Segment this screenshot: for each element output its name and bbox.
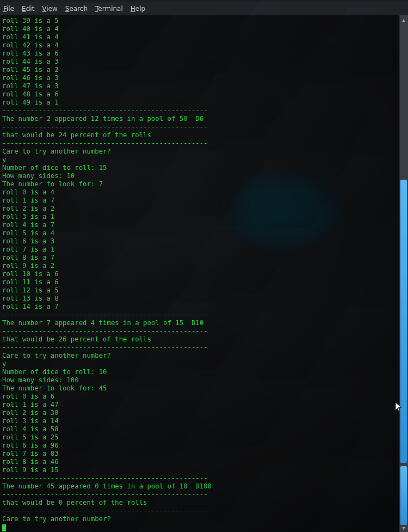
terminal-line: Number of dice to roll: 15 (2, 164, 406, 172)
terminal-line: roll 2 is a 2 (2, 205, 406, 213)
terminal-line: roll 9 is a 15 (2, 466, 406, 474)
terminal-line: roll 43 is a 6 (2, 50, 406, 58)
terminal-line: ----------------------------------------… (2, 344, 406, 352)
terminal-line: roll 44 is a 3 (2, 58, 406, 66)
scroll-thumb-lower[interactable] (400, 466, 407, 525)
scroll-down-arrow-icon[interactable]: ▾ (399, 523, 408, 532)
terminal-line: y (2, 156, 406, 164)
terminal-line: Number of dice to roll: 10 (2, 368, 406, 376)
terminal-line: that would be 0 percent of the rolls (2, 499, 406, 507)
terminal-line: roll 1 is a 47 (2, 401, 406, 409)
terminal-line: roll 0 is a 6 (2, 393, 406, 401)
terminal-line: roll 46 is a 3 (2, 74, 406, 82)
terminal-line: How many sides: 100 (2, 376, 406, 384)
terminal-line: roll 45 is a 2 (2, 66, 406, 74)
terminal-line: ----------------------------------------… (2, 507, 406, 515)
terminal-line: Care to try another number? (2, 148, 406, 156)
terminal-line: The number 45 appeared 0 times in a pool… (2, 482, 406, 491)
terminal-line: roll 41 is a 4 (2, 33, 406, 41)
terminal-window: roll 39 is a 5roll 40 is a 4roll 41 is a… (0, 15, 408, 532)
terminal-line: roll 3 is a 1 (2, 213, 406, 221)
terminal-line: The number to look for: 45 (2, 384, 406, 393)
terminal-line: roll 0 is a 4 (2, 188, 406, 197)
terminal-line: ----------------------------------------… (2, 139, 406, 148)
scrollbar-track[interactable]: ▴ ▾ (399, 15, 408, 532)
terminal-line: roll 7 is a 83 (2, 450, 406, 458)
terminal-line: that would be 24 percent of the rolls (2, 131, 406, 139)
terminal-line: roll 9 is a 2 (2, 262, 406, 270)
terminal-line: roll 40 is a 4 (2, 25, 406, 33)
terminal-line: roll 13 is a 8 (2, 295, 406, 303)
terminal-line: roll 2 is a 30 (2, 409, 406, 417)
terminal-line: roll 48 is a 6 (2, 90, 406, 99)
terminal-line: roll 3 is a 14 (2, 417, 406, 425)
terminal-line: roll 5 is a 25 (2, 433, 406, 442)
terminal-line: ----------------------------------------… (2, 491, 406, 499)
terminal-line: ----------------------------------------… (2, 327, 406, 335)
terminal-line: roll 8 is a 46 (2, 458, 406, 466)
terminal-line: roll 5 is a 4 (2, 229, 406, 237)
terminal-line: roll 6 is a 3 (2, 237, 406, 246)
terminal-line: Care to try another number? (2, 352, 406, 360)
terminal-line: The number 2 appeared 12 times in a pool… (2, 115, 406, 123)
terminal-line: Care to try another number? (2, 515, 406, 523)
terminal-line: The number 7 appeared 4 times in a pool … (2, 319, 406, 327)
terminal-line: roll 39 is a 5 (2, 17, 406, 25)
terminal-line: ----------------------------------------… (2, 311, 406, 319)
text-cursor-icon (2, 524, 6, 531)
terminal-cursor-line[interactable] (2, 523, 406, 531)
terminal-line: roll 47 is a 3 (2, 82, 406, 90)
terminal-line: ----------------------------------------… (2, 123, 406, 131)
terminal-line: y (2, 360, 406, 368)
terminal-line: roll 7 is a 1 (2, 246, 406, 254)
terminal-line: roll 4 is a 58 (2, 425, 406, 433)
terminal-line: roll 14 is a 7 (2, 303, 406, 311)
terminal-line: roll 11 is a 6 (2, 278, 406, 286)
terminal-line: roll 12 is a 5 (2, 286, 406, 295)
scroll-up-arrow-icon[interactable]: ▴ (399, 15, 408, 24)
terminal-line: roll 42 is a 4 (2, 41, 406, 50)
terminal-line: roll 10 is a 6 (2, 270, 406, 278)
terminal-line: The number to look for: 7 (2, 180, 406, 188)
terminal-line: that would be 26 percent of the rolls (2, 335, 406, 344)
terminal-line: roll 1 is a 7 (2, 197, 406, 205)
terminal-line: roll 49 is a 1 (2, 99, 406, 107)
terminal-output[interactable]: roll 39 is a 5roll 40 is a 4roll 41 is a… (0, 15, 408, 532)
terminal-line: roll 4 is a 7 (2, 221, 406, 229)
terminal-line: roll 8 is a 7 (2, 254, 406, 262)
scroll-thumb-upper[interactable] (400, 180, 407, 463)
terminal-line: roll 6 is a 96 (2, 442, 406, 450)
terminal-line: ----------------------------------------… (2, 107, 406, 115)
terminal-line: How many sides: 10 (2, 172, 406, 180)
terminal-line: ----------------------------------------… (2, 474, 406, 482)
